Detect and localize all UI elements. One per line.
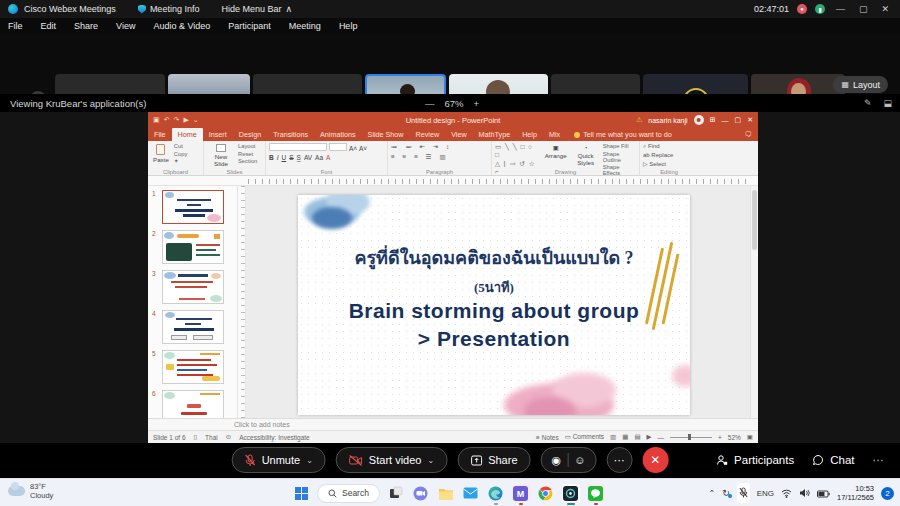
view-slideshow-icon[interactable]: ▶ bbox=[647, 433, 652, 441]
shape-outline-button[interactable]: Shape Outline bbox=[603, 151, 636, 163]
menu-participant[interactable]: Participant bbox=[228, 21, 271, 31]
font-size-box[interactable] bbox=[329, 143, 347, 151]
undo-icon[interactable]: ↶ bbox=[164, 116, 170, 124]
connection-indicator-icon[interactable]: ▮ bbox=[815, 4, 825, 14]
weather-widget[interactable]: 83°F Cloudy bbox=[8, 482, 53, 501]
meeting-info-button[interactable]: Meeting Info bbox=[138, 4, 200, 14]
slide-thumbnail-5[interactable]: 5 bbox=[150, 348, 236, 388]
notes-pane[interactable]: Click to add notes bbox=[148, 418, 758, 430]
format-painter-button[interactable]: ✦ bbox=[174, 158, 188, 164]
tab-view[interactable]: View bbox=[445, 128, 472, 141]
slide-subtitle-text[interactable]: (5นาที) bbox=[298, 277, 690, 298]
accessibility-status[interactable]: Accessibility: Investigate bbox=[239, 434, 309, 441]
menu-view[interactable]: View bbox=[116, 21, 135, 31]
shape-fill-button[interactable]: Shape Fill bbox=[603, 143, 636, 149]
volume-icon[interactable] bbox=[799, 484, 810, 502]
notification-badge[interactable]: 2 bbox=[881, 487, 894, 500]
tray-expand-icon[interactable]: ⌃ bbox=[708, 489, 715, 498]
slide-body-text-1[interactable]: Brain storming about group bbox=[298, 299, 690, 323]
edge-browser-button[interactable] bbox=[487, 484, 505, 502]
menu-meeting[interactable]: Meeting bbox=[289, 21, 321, 31]
accessibility-icon[interactable]: ⊙ bbox=[226, 433, 231, 441]
view-normal-icon[interactable]: ▥ bbox=[610, 433, 616, 441]
task-view-button[interactable] bbox=[387, 484, 405, 502]
slide-thumbnail-1[interactable]: 1 bbox=[150, 188, 236, 228]
bold-button[interactable]: B bbox=[269, 154, 274, 161]
chrome-button[interactable] bbox=[537, 484, 555, 502]
spellcheck-icon[interactable]: ▯ bbox=[194, 433, 198, 441]
menu-edit[interactable]: Edit bbox=[41, 21, 57, 31]
slide-thumbnail-4[interactable]: 4 bbox=[150, 308, 236, 348]
ppt-maximize-button[interactable]: ▢ bbox=[735, 116, 742, 124]
zoom-in-button[interactable]: + bbox=[474, 98, 480, 109]
tab-file[interactable]: File bbox=[148, 128, 172, 141]
tell-me-box[interactable]: Tell me what you want to do bbox=[574, 130, 672, 141]
more-options-button[interactable]: ⋯ bbox=[606, 447, 632, 473]
customize-qat-icon[interactable]: ⌄ bbox=[193, 116, 199, 124]
account-name[interactable]: nasarin kanji bbox=[648, 117, 687, 124]
panel-more-button[interactable]: ⋯ bbox=[873, 453, 885, 467]
file-explorer-button[interactable] bbox=[437, 484, 455, 502]
participants-button[interactable]: Participants bbox=[716, 454, 794, 466]
wifi-icon[interactable] bbox=[781, 484, 792, 502]
cut-button[interactable]: Cut bbox=[174, 143, 188, 149]
hide-menu-bar-button[interactable]: Hide Menu Bar ∧ bbox=[221, 4, 292, 14]
annotate-icon[interactable]: ✎ bbox=[864, 98, 872, 108]
webex-app-button[interactable] bbox=[562, 484, 580, 502]
search-box[interactable]: Search bbox=[317, 484, 380, 503]
menu-file[interactable]: File bbox=[8, 21, 23, 31]
underline-button[interactable]: U bbox=[282, 154, 287, 161]
shrink-font-icon[interactable]: A˅ bbox=[359, 145, 367, 152]
record-button[interactable]: ◉ bbox=[552, 454, 562, 467]
slide-editor[interactable]: ครูที่ดีในอุดมคติของฉันเป็นแบบใด ? (5นาท… bbox=[298, 195, 690, 415]
display-icon[interactable]: ⬓ bbox=[883, 98, 892, 108]
align-buttons[interactable]: ≡ ≡ ≡ ☰ ▥ bbox=[391, 153, 488, 161]
battery-icon[interactable] bbox=[817, 484, 830, 502]
tab-mix[interactable]: Mix bbox=[543, 128, 566, 141]
slide-thumbnail-3[interactable]: 3 bbox=[150, 268, 236, 308]
zoom-out-icon[interactable]: — bbox=[658, 434, 665, 441]
font-name-box[interactable] bbox=[269, 143, 327, 151]
leave-meeting-button[interactable]: ✕ bbox=[642, 447, 668, 473]
zoom-slider[interactable] bbox=[670, 437, 712, 438]
change-case-button[interactable]: Aa bbox=[315, 154, 323, 161]
mail-button[interactable] bbox=[462, 484, 480, 502]
tab-design[interactable]: Design bbox=[233, 128, 267, 141]
maximize-button[interactable]: ▢ bbox=[856, 4, 871, 14]
canvas-scrollbar[interactable] bbox=[750, 186, 758, 418]
tab-animations[interactable]: Animations bbox=[314, 128, 362, 141]
teams-chat-button[interactable] bbox=[412, 484, 430, 502]
comments-share-icon[interactable]: 🗨 bbox=[739, 130, 758, 141]
copy-button[interactable]: Copy bbox=[174, 151, 188, 157]
tab-help[interactable]: Help bbox=[516, 128, 543, 141]
notes-toggle[interactable]: ≡ Notes bbox=[536, 434, 559, 441]
layout-menu[interactable]: Layout bbox=[238, 143, 257, 149]
language-indicator[interactable]: Thai bbox=[205, 434, 218, 441]
share-button[interactable]: Share bbox=[457, 447, 530, 473]
tab-review[interactable]: Review bbox=[410, 128, 446, 141]
text-shadow-button[interactable]: S̲ bbox=[297, 154, 301, 161]
view-reading-icon[interactable]: ▤ bbox=[634, 433, 640, 441]
find-button[interactable]: ⌕ Find bbox=[643, 143, 695, 150]
new-slide-button[interactable]: New Slide bbox=[207, 143, 235, 168]
tab-mathtype[interactable]: MathType bbox=[473, 128, 517, 141]
zoom-out-button[interactable]: — bbox=[425, 98, 435, 109]
reactions-button[interactable]: ☺ bbox=[574, 454, 585, 466]
chat-button[interactable]: Chat bbox=[812, 454, 854, 466]
list-buttons[interactable]: ≔ ≕ ⇤ ⇥ ↕ bbox=[391, 143, 488, 151]
ppt-close-button[interactable]: ✕ bbox=[747, 116, 753, 124]
clock-widget[interactable]: 10:53 17/11/2565 bbox=[837, 484, 874, 502]
fit-slide-icon[interactable]: ▣ bbox=[747, 433, 753, 441]
italic-button[interactable]: I bbox=[277, 154, 279, 161]
replace-button[interactable]: ab Replace bbox=[643, 152, 695, 158]
ribbon-options-icon[interactable]: ⊞ bbox=[710, 116, 716, 124]
tab-transitions[interactable]: Transitions bbox=[267, 128, 314, 141]
strikethrough-button[interactable]: S bbox=[289, 154, 293, 161]
menu-help[interactable]: Help bbox=[339, 21, 358, 31]
line-app-button[interactable] bbox=[587, 484, 605, 502]
language-indicator[interactable]: ENG bbox=[757, 489, 774, 498]
layout-button[interactable]: ▦ Layout bbox=[833, 76, 888, 93]
redo-icon[interactable]: ↷ bbox=[174, 116, 180, 124]
m-app-button[interactable]: M bbox=[512, 484, 530, 502]
comments-toggle[interactable]: ▭ Comments bbox=[565, 433, 604, 441]
